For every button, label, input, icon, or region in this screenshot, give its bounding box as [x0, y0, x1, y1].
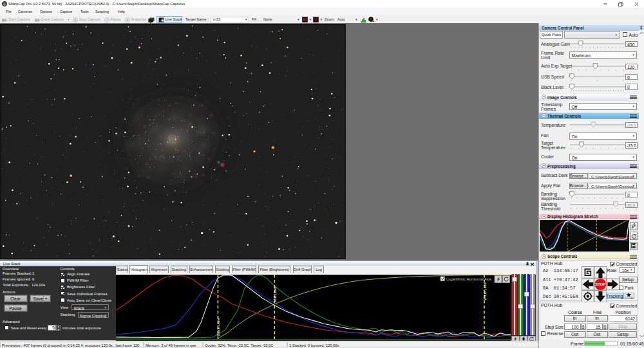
svg-text:Mid Level: Mid Level	[273, 286, 277, 302]
svg-text:White Level: White Level	[483, 282, 487, 300]
svg-text:STOP: STOP	[595, 282, 605, 286]
svg-text:Logarithmic Horizontal Axis: Logarithmic Horizontal Axis	[446, 277, 491, 281]
svg-text:Black Level: Black Level	[216, 318, 220, 336]
